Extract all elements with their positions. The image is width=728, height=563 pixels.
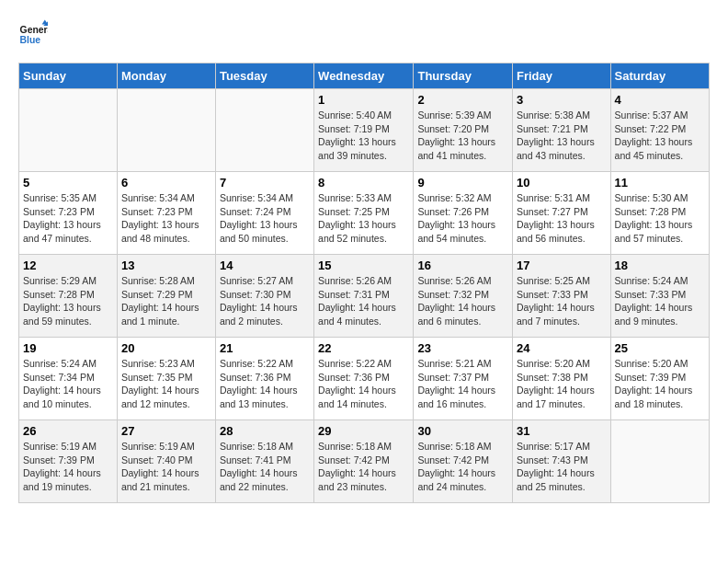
- weekday-header-monday: Monday: [117, 63, 215, 89]
- day-number: 9: [417, 176, 508, 190]
- calendar-cell: 11Sunrise: 5:30 AMSunset: 7:28 PMDayligh…: [610, 172, 709, 255]
- calendar-cell: 13Sunrise: 5:28 AMSunset: 7:29 PMDayligh…: [117, 255, 215, 338]
- day-info: Sunrise: 5:18 AMSunset: 7:42 PMDaylight:…: [417, 440, 508, 494]
- day-number: 24: [517, 341, 607, 355]
- week-row-1: 1Sunrise: 5:40 AMSunset: 7:19 PMDaylight…: [19, 89, 710, 172]
- day-number: 27: [121, 424, 211, 438]
- calendar-cell: 21Sunrise: 5:22 AMSunset: 7:36 PMDayligh…: [215, 338, 313, 420]
- weekday-header-sunday: Sunday: [19, 63, 118, 89]
- weekday-header-saturday: Saturday: [610, 63, 709, 89]
- day-info: Sunrise: 5:17 AMSunset: 7:43 PMDaylight:…: [517, 440, 607, 494]
- day-info: Sunrise: 5:31 AMSunset: 7:27 PMDaylight:…: [517, 191, 607, 246]
- day-info: Sunrise: 5:23 AMSunset: 7:35 PMDaylight:…: [121, 357, 211, 411]
- day-number: 15: [318, 259, 409, 272]
- calendar-cell: 4Sunrise: 5:37 AMSunset: 7:22 PMDaylight…: [610, 89, 709, 172]
- day-number: 2: [417, 93, 508, 107]
- svg-text:Blue: Blue: [20, 35, 41, 45]
- day-number: 18: [615, 259, 705, 272]
- day-info: Sunrise: 5:34 AMSunset: 7:24 PMDaylight:…: [220, 191, 310, 246]
- day-info: Sunrise: 5:19 AMSunset: 7:40 PMDaylight:…: [121, 440, 211, 494]
- calendar-cell: 2Sunrise: 5:39 AMSunset: 7:20 PMDaylight…: [414, 89, 513, 172]
- day-info: Sunrise: 5:30 AMSunset: 7:28 PMDaylight:…: [615, 191, 705, 246]
- weekday-header-friday: Friday: [513, 63, 611, 89]
- day-number: 14: [220, 259, 310, 272]
- day-info: Sunrise: 5:29 AMSunset: 7:28 PMDaylight:…: [23, 274, 113, 328]
- day-number: 1: [318, 93, 409, 107]
- calendar-cell: 29Sunrise: 5:18 AMSunset: 7:42 PMDayligh…: [314, 420, 414, 503]
- day-number: 11: [615, 176, 705, 190]
- calendar-cell: [117, 89, 215, 172]
- logo-icon: General Blue: [18, 18, 48, 48]
- day-info: Sunrise: 5:21 AMSunset: 7:37 PMDaylight:…: [417, 357, 508, 411]
- calendar-cell: 7Sunrise: 5:34 AMSunset: 7:24 PMDaylight…: [215, 172, 313, 255]
- day-number: 19: [23, 341, 113, 355]
- week-row-5: 26Sunrise: 5:19 AMSunset: 7:39 PMDayligh…: [19, 420, 710, 503]
- calendar-cell: 3Sunrise: 5:38 AMSunset: 7:21 PMDaylight…: [513, 89, 611, 172]
- calendar-cell: 26Sunrise: 5:19 AMSunset: 7:39 PMDayligh…: [19, 420, 118, 503]
- calendar-cell: 19Sunrise: 5:24 AMSunset: 7:34 PMDayligh…: [19, 338, 118, 420]
- day-number: 12: [23, 259, 113, 272]
- weekday-header-row: SundayMondayTuesdayWednesdayThursdayFrid…: [19, 63, 710, 89]
- weekday-header-tuesday: Tuesday: [215, 63, 313, 89]
- calendar-cell: 10Sunrise: 5:31 AMSunset: 7:27 PMDayligh…: [513, 172, 611, 255]
- day-info: Sunrise: 5:22 AMSunset: 7:36 PMDaylight:…: [220, 357, 310, 411]
- calendar-cell: 8Sunrise: 5:33 AMSunset: 7:25 PMDaylight…: [314, 172, 414, 255]
- day-info: Sunrise: 5:34 AMSunset: 7:23 PMDaylight:…: [121, 191, 211, 246]
- day-info: Sunrise: 5:20 AMSunset: 7:39 PMDaylight:…: [615, 357, 705, 411]
- day-info: Sunrise: 5:26 AMSunset: 7:32 PMDaylight:…: [417, 274, 508, 328]
- day-number: 26: [23, 424, 113, 438]
- day-number: 20: [121, 341, 211, 355]
- calendar-cell: 9Sunrise: 5:32 AMSunset: 7:26 PMDaylight…: [414, 172, 513, 255]
- calendar-cell: 25Sunrise: 5:20 AMSunset: 7:39 PMDayligh…: [610, 338, 709, 420]
- day-info: Sunrise: 5:38 AMSunset: 7:21 PMDaylight:…: [517, 109, 607, 163]
- day-number: 25: [615, 341, 705, 355]
- day-number: 29: [318, 424, 409, 438]
- day-info: Sunrise: 5:39 AMSunset: 7:20 PMDaylight:…: [417, 109, 508, 163]
- day-number: 22: [318, 341, 409, 355]
- day-info: Sunrise: 5:20 AMSunset: 7:38 PMDaylight:…: [517, 357, 607, 411]
- weekday-header-wednesday: Wednesday: [314, 63, 414, 89]
- logo: General Blue: [18, 18, 51, 48]
- page-header: General Blue: [18, 18, 710, 48]
- day-info: Sunrise: 5:33 AMSunset: 7:25 PMDaylight:…: [318, 191, 409, 246]
- calendar-cell: 30Sunrise: 5:18 AMSunset: 7:42 PMDayligh…: [414, 420, 513, 503]
- calendar-cell: 17Sunrise: 5:25 AMSunset: 7:33 PMDayligh…: [513, 255, 611, 338]
- day-number: 16: [417, 259, 508, 272]
- day-number: 10: [517, 176, 607, 190]
- day-number: 5: [23, 176, 113, 190]
- day-info: Sunrise: 5:37 AMSunset: 7:22 PMDaylight:…: [615, 109, 705, 163]
- day-number: 13: [121, 259, 211, 272]
- day-number: 17: [517, 259, 607, 272]
- day-info: Sunrise: 5:22 AMSunset: 7:36 PMDaylight:…: [318, 357, 409, 411]
- day-info: Sunrise: 5:27 AMSunset: 7:30 PMDaylight:…: [220, 274, 310, 328]
- calendar-cell: 23Sunrise: 5:21 AMSunset: 7:37 PMDayligh…: [414, 338, 513, 420]
- calendar-cell: 27Sunrise: 5:19 AMSunset: 7:40 PMDayligh…: [117, 420, 215, 503]
- calendar-cell: [610, 420, 709, 503]
- day-info: Sunrise: 5:26 AMSunset: 7:31 PMDaylight:…: [318, 274, 409, 328]
- day-number: 28: [220, 424, 310, 438]
- day-info: Sunrise: 5:18 AMSunset: 7:41 PMDaylight:…: [220, 440, 310, 494]
- day-number: 23: [417, 341, 508, 355]
- day-info: Sunrise: 5:25 AMSunset: 7:33 PMDaylight:…: [517, 274, 607, 328]
- day-info: Sunrise: 5:24 AMSunset: 7:34 PMDaylight:…: [23, 357, 113, 411]
- day-info: Sunrise: 5:40 AMSunset: 7:19 PMDaylight:…: [318, 109, 409, 163]
- day-number: 3: [517, 93, 607, 107]
- day-number: 8: [318, 176, 409, 190]
- calendar-cell: 24Sunrise: 5:20 AMSunset: 7:38 PMDayligh…: [513, 338, 611, 420]
- week-row-3: 12Sunrise: 5:29 AMSunset: 7:28 PMDayligh…: [19, 255, 710, 338]
- day-number: 21: [220, 341, 310, 355]
- calendar-cell: 31Sunrise: 5:17 AMSunset: 7:43 PMDayligh…: [513, 420, 611, 503]
- calendar-cell: 5Sunrise: 5:35 AMSunset: 7:23 PMDaylight…: [19, 172, 118, 255]
- calendar-cell: 18Sunrise: 5:24 AMSunset: 7:33 PMDayligh…: [610, 255, 709, 338]
- day-info: Sunrise: 5:32 AMSunset: 7:26 PMDaylight:…: [417, 191, 508, 246]
- day-number: 7: [220, 176, 310, 190]
- day-info: Sunrise: 5:19 AMSunset: 7:39 PMDaylight:…: [23, 440, 113, 494]
- calendar-cell: 20Sunrise: 5:23 AMSunset: 7:35 PMDayligh…: [117, 338, 215, 420]
- calendar-cell: 16Sunrise: 5:26 AMSunset: 7:32 PMDayligh…: [414, 255, 513, 338]
- week-row-2: 5Sunrise: 5:35 AMSunset: 7:23 PMDaylight…: [19, 172, 710, 255]
- calendar-cell: 12Sunrise: 5:29 AMSunset: 7:28 PMDayligh…: [19, 255, 118, 338]
- calendar-cell: 14Sunrise: 5:27 AMSunset: 7:30 PMDayligh…: [215, 255, 313, 338]
- day-number: 6: [121, 176, 211, 190]
- weekday-header-thursday: Thursday: [414, 63, 513, 89]
- calendar-cell: 28Sunrise: 5:18 AMSunset: 7:41 PMDayligh…: [215, 420, 313, 503]
